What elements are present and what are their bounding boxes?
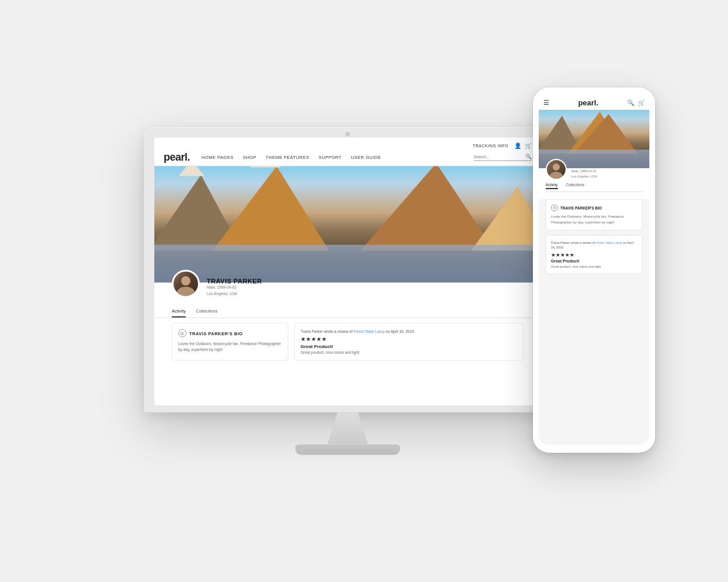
- mountain-far-right: [471, 187, 541, 251]
- profile-meta-line2: Los Angeles, USA: [207, 290, 262, 296]
- phone-review-header-prefix: Travis Parker wrote a review of: [551, 241, 595, 244]
- bio-icon: ⊙: [178, 329, 186, 338]
- tab-activity[interactable]: Activity: [172, 308, 186, 318]
- profile-header: TRAVIS PARKER Male, 1998-04-02 Los Angel…: [172, 270, 262, 298]
- review-header-prefix: Travis Parker wrote a review of: [301, 329, 352, 333]
- phone-profile-meta-line1: Male, 1998-04-02: [571, 169, 616, 174]
- phone-search-icon[interactable]: 🔍: [627, 100, 634, 106]
- phone-cart-icon[interactable]: 🛒: [638, 100, 645, 106]
- avatar: [172, 270, 200, 298]
- nav-support[interactable]: SUPPORT: [319, 155, 342, 160]
- review-card: Travis Parker wrote a review of Florist …: [294, 323, 524, 361]
- site-logo[interactable]: pearl.: [164, 151, 190, 164]
- phone-avatar: [546, 159, 567, 180]
- monitor-base: [295, 445, 400, 455]
- nav-user-guide[interactable]: USER GUIDE: [351, 155, 381, 160]
- review-header: Travis Parker wrote a review of Florist …: [301, 329, 517, 333]
- phone-screen: ☰ pearl. 🔍 🛒: [539, 95, 649, 445]
- nav-shop[interactable]: SHOP: [243, 155, 256, 160]
- phone-profile-meta-line2: Los Angeles, USA: [571, 174, 616, 179]
- desktop-monitor: TRACKING INFO 👤 🛒 pearl. HOME PAGES SHOP: [144, 127, 552, 455]
- phone-review-card: Travis Parker wrote a review of Florist …: [546, 235, 642, 274]
- nav-search-box[interactable]: 🔍: [473, 154, 532, 161]
- cart-icon[interactable]: 🛒: [525, 143, 532, 149]
- monitor-bezel: TRACKING INFO 👤 🛒 pearl. HOME PAGES SHOP: [144, 127, 552, 413]
- hero-image: [154, 166, 541, 283]
- monitor-stand: [144, 413, 552, 455]
- phone-logo[interactable]: pearl.: [578, 98, 599, 107]
- mountain-center-snow: [250, 166, 281, 168]
- mountain-center: [213, 166, 329, 251]
- profile-name: TRAVIS PARKER: [207, 278, 262, 285]
- phone-bio-icon: ⊙: [551, 204, 558, 211]
- review-stars: ★★★★★: [301, 336, 517, 342]
- bio-card-title: ⊙ TRAVIS PARKER'S BIO: [178, 329, 282, 338]
- nav-links: HOME PAGES SHOP THEME FEATURES SUPPORT U…: [202, 155, 473, 160]
- search-icon[interactable]: 🔍: [525, 154, 532, 159]
- phone-notch: [577, 87, 612, 92]
- phone-bio-text: Loves the Outdoors. Motorcycle fan. Free…: [551, 214, 637, 225]
- bio-card: ⊙ TRAVIS PARKER'S BIO Loves the Outdoors…: [172, 323, 288, 361]
- phone-site-header: ☰ pearl. 🔍 🛒: [539, 95, 649, 110]
- monitor-screen: TRACKING INFO 👤 🛒 pearl. HOME PAGES SHOP: [154, 138, 541, 406]
- hamburger-icon[interactable]: ☰: [543, 99, 549, 107]
- phone-header-icons: 🔍 🛒: [627, 100, 645, 106]
- phone-review-title: Great Product!: [551, 259, 637, 263]
- tab-collections[interactable]: Collections: [196, 308, 218, 318]
- phone-review-stars: ★★★★★: [551, 252, 637, 258]
- phone-tab-collections[interactable]: Collections: [566, 183, 585, 189]
- profile-content: ⊙ TRAVIS PARKER'S BIO Loves the Outdoors…: [154, 323, 541, 361]
- phone-review-header: Travis Parker wrote a review of Florist …: [551, 240, 637, 250]
- profile-info: TRAVIS PARKER Male, 1998-04-02 Los Angel…: [207, 278, 262, 298]
- header-icons: 👤 🛒: [514, 143, 532, 149]
- site-nav: pearl. HOME PAGES SHOP THEME FEATURES SU…: [164, 151, 532, 164]
- phone-review-product-link[interactable]: Florist Table Lamp: [596, 241, 622, 244]
- phone-bezel: ☰ pearl. 🔍 🛒: [533, 87, 655, 453]
- profile-tabs: Activity Collections: [154, 308, 541, 318]
- review-product-link[interactable]: Florist Table Lamp: [354, 329, 384, 333]
- phone-mountain-right: [574, 114, 638, 154]
- phone-bio-title-text: TRAVIS PARKER'S BIO: [560, 206, 602, 210]
- site-header: TRACKING INFO 👤 🛒 pearl. HOME PAGES SHOP: [154, 138, 541, 166]
- mountain-left-snow: [179, 166, 204, 176]
- profile-meta-line1: Male, 1998-04-02: [207, 285, 262, 290]
- phone-profile-tabs: Activity Collections: [546, 183, 642, 192]
- nav-home-pages[interactable]: HOME PAGES: [202, 155, 234, 160]
- user-icon[interactable]: 👤: [514, 143, 521, 149]
- phone-review-body: Great product, nice colors and light.: [551, 264, 637, 269]
- tracking-info-label: TRACKING INFO: [473, 144, 508, 148]
- monitor-neck: [327, 413, 368, 445]
- nav-theme-features[interactable]: THEME FEATURES: [266, 155, 309, 160]
- phone-bio-card: ⊙ TRAVIS PARKER'S BIO Loves the Outdoors…: [546, 199, 642, 230]
- mobile-phone: ☰ pearl. 🔍 🛒: [533, 87, 655, 453]
- site-header-top: TRACKING INFO 👤 🛒: [164, 143, 532, 149]
- profile-section: TRAVIS PARKER Male, 1998-04-02 Los Angel…: [154, 283, 541, 308]
- phone-tab-activity[interactable]: Activity: [546, 183, 558, 189]
- search-input[interactable]: [473, 154, 523, 158]
- bio-title-text: TRAVIS PARKER'S BIO: [189, 331, 243, 336]
- phone-profile-content: ⊙ TRAVIS PARKER'S BIO Loves the Outdoors…: [539, 199, 649, 274]
- website: TRACKING INFO 👤 🛒 pearl. HOME PAGES SHOP: [154, 138, 541, 406]
- bio-text: Loves the Outdoors. Motorcycle fan. Free…: [178, 341, 282, 353]
- review-body: Great product, nice colors and light.: [301, 350, 517, 354]
- review-title: Great Product!: [301, 344, 517, 349]
- phone-bio-title: ⊙ TRAVIS PARKER'S BIO: [551, 204, 637, 211]
- scene: TRACKING INFO 👤 🛒 pearl. HOME PAGES SHOP: [44, 41, 684, 541]
- review-date: on April 16, 2019: [386, 329, 414, 333]
